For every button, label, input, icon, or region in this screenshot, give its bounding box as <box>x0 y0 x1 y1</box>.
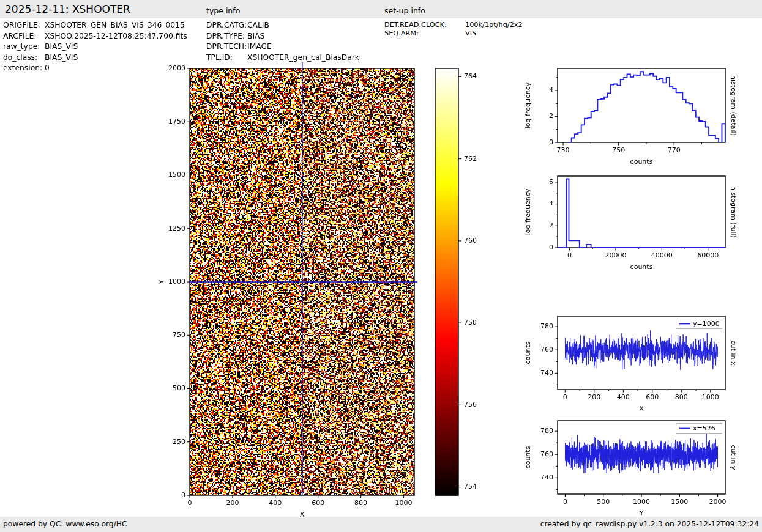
dprtech-value: IMAGE <box>247 42 272 53</box>
header-bar: 2025-12-11: XSHOOTER type info set-up in… <box>0 0 762 18</box>
doclass-value: BIAS_VIS <box>45 53 78 64</box>
seqarm-label: SEQ.ARM: <box>384 29 465 38</box>
dprtype-value: BIAS <box>247 31 264 42</box>
type-info-row-dprtech: DPR.TECH: IMAGE <box>206 42 359 53</box>
file-info-row-extension: extension: 0 <box>3 63 187 74</box>
readclock-value: 100k/1pt/hg/2x2 <box>465 21 523 29</box>
rawtype-label: raw_type: <box>3 42 45 53</box>
type-info-block: DPR.CATG: CALIB DPR.TYPE: BIAS DPR.TECH:… <box>206 20 359 63</box>
origfile-label: ORIGFILE: <box>3 20 45 31</box>
origfile-value: XSHOOTER_GEN_BIAS_VIS_346_0015 <box>45 20 185 31</box>
type-info-row-tplid: TPL.ID: XSHOOTER_gen_cal_BiasDark <box>206 53 359 64</box>
file-info-row-arcfile: ARCFILE: XSHOO.2025-12-12T08:25:47.700.f… <box>3 31 187 42</box>
doclass-label: do_class: <box>3 53 45 64</box>
cut-in-y-plot <box>517 410 762 526</box>
rawtype-value: BIAS_VIS <box>45 42 78 53</box>
type-info-row-dprtype: DPR.TYPE: BIAS <box>206 31 359 42</box>
dprcatg-label: DPR.CATG: <box>206 20 247 31</box>
footer-bar: powered by QC: www.eso.org/HC created by… <box>0 517 762 532</box>
bias-image-heatmap <box>147 58 499 526</box>
file-info-row-origfile: ORIGFILE: XSHOOTER_GEN_BIAS_VIS_346_0015 <box>3 20 187 31</box>
setup-info-row-readclock: DET.READ.CLOCK: 100k/1pt/hg/2x2 <box>384 21 523 29</box>
dprtech-label: DPR.TECH: <box>206 42 247 53</box>
histogram-full-plot <box>517 166 762 282</box>
type-info-heading: type info <box>206 6 240 15</box>
footer-powered-by: powered by QC: www.eso.org/HC <box>3 520 127 528</box>
page-title: 2025-12-11: XSHOOTER <box>5 3 130 15</box>
arcfile-label: ARCFILE: <box>3 31 45 42</box>
seqarm-value: VIS <box>465 29 476 38</box>
cut-in-x-plot <box>517 306 762 422</box>
setup-info-row-seqarm: SEQ.ARM: VIS <box>384 29 523 38</box>
arcfile-value: XSHOO.2025-12-12T08:25:47.700.fits <box>45 31 187 42</box>
type-info-row-dprcatg: DPR.CATG: CALIB <box>206 20 359 31</box>
setup-info-heading: set-up info <box>384 6 425 15</box>
extension-value: 0 <box>45 63 50 74</box>
footer-created-by: created by qc_rawdisp.py v1.2.3 on 2025-… <box>540 520 759 528</box>
tplid-value: XSHOOTER_gen_cal_BiasDark <box>247 53 359 64</box>
tplid-label: TPL.ID: <box>206 53 247 64</box>
readclock-label: DET.READ.CLOCK: <box>384 21 465 29</box>
dprcatg-value: CALIB <box>247 20 269 31</box>
file-info-row-rawtype: raw_type: BIAS_VIS <box>3 42 187 53</box>
qc-report-page: 2025-12-11: XSHOOTER type info set-up in… <box>0 0 762 532</box>
histogram-detail-plot <box>517 58 762 174</box>
file-info-row-doclass: do_class: BIAS_VIS <box>3 53 187 64</box>
extension-label: extension: <box>3 63 45 74</box>
setup-info-block: DET.READ.CLOCK: 100k/1pt/hg/2x2 SEQ.ARM:… <box>384 21 523 37</box>
file-info-block: ORIGFILE: XSHOOTER_GEN_BIAS_VIS_346_0015… <box>3 20 187 74</box>
dprtype-label: DPR.TYPE: <box>206 31 247 42</box>
